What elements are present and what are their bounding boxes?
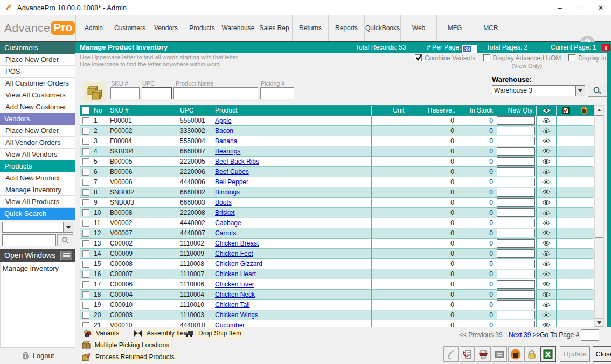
drawer-button[interactable] — [492, 346, 507, 362]
new-qty-input[interactable] — [497, 208, 535, 217]
view-details-button[interactable] — [537, 259, 557, 269]
new-qty-input[interactable] — [497, 127, 535, 135]
sidebar-item-pos[interactable]: POS — [0, 66, 75, 78]
picking-filter-input[interactable] — [260, 87, 294, 99]
new-qty-input[interactable] — [497, 116, 535, 125]
new-qty-input[interactable] — [497, 157, 535, 166]
combine-variants-checkbox[interactable] — [415, 54, 422, 61]
new-qty-input[interactable] — [497, 229, 535, 237]
product-link[interactable]: Beef Cubes — [215, 168, 249, 176]
display-advanced-uom-checkbox[interactable] — [483, 54, 490, 61]
view-details-button[interactable] — [537, 249, 557, 259]
product-link[interactable]: Beef Back Ribs — [215, 158, 259, 165]
new-qty-input[interactable] — [497, 270, 535, 278]
sidebar-item-all-vendor-orders[interactable]: All Vendor Orders — [0, 137, 75, 149]
view-details-button[interactable] — [537, 239, 557, 249]
row-checkbox[interactable] — [80, 279, 92, 290]
product-link[interactable]: Chicken Wings — [215, 311, 258, 319]
export-doc-button[interactable] — [460, 346, 475, 362]
new-qty-input[interactable] — [497, 188, 535, 197]
new-qty-input[interactable] — [497, 198, 535, 207]
minimize-button[interactable]: – — [550, 0, 570, 15]
row-checkbox[interactable] — [80, 177, 92, 187]
sidebar-item-place-new-order[interactable]: Place New Order — [0, 54, 75, 66]
tab-products[interactable]: Products — [184, 15, 220, 41]
row-checkbox[interactable] — [80, 116, 92, 126]
view-details-button[interactable] — [537, 269, 557, 279]
sidebar-item-view-all-customers[interactable]: View All Customers — [0, 89, 75, 101]
warehouse-search-button[interactable] — [588, 85, 607, 97]
product-link[interactable]: Cucumber — [215, 321, 245, 327]
row-checkbox[interactable] — [80, 218, 92, 228]
view-details-button[interactable] — [537, 177, 557, 187]
row-checkbox[interactable] — [80, 167, 92, 177]
upc-filter-input[interactable] — [142, 87, 172, 99]
product-link[interactable]: Carrots — [215, 229, 236, 237]
quick-search-dropdown[interactable] — [2, 222, 73, 233]
new-qty-input[interactable] — [497, 147, 535, 156]
product-link[interactable]: Chicken Tail — [215, 301, 249, 309]
product-link[interactable]: Chicken Breast — [215, 240, 259, 247]
tab-warehouse[interactable]: Warehouse — [220, 15, 256, 41]
display-advanced-uom-option[interactable]: Display Advanced UOM (View Only) — [483, 54, 561, 69]
tab-mfg[interactable]: MFG — [436, 15, 473, 41]
new-qty-input[interactable] — [497, 311, 535, 319]
new-qty-input[interactable] — [497, 321, 535, 327]
new-qty-input[interactable] — [497, 178, 535, 186]
per-page-input[interactable]: 39 — [462, 45, 477, 53]
product-link[interactable]: Apple — [215, 117, 232, 124]
quill-button[interactable] — [443, 346, 459, 362]
new-qty-input[interactable] — [497, 239, 535, 248]
view-details-button[interactable] — [537, 300, 557, 310]
new-qty-input[interactable] — [497, 280, 535, 289]
logout-button[interactable]: Logout — [0, 351, 75, 360]
close-page-button[interactable]: x — [602, 44, 610, 51]
combine-variants-option[interactable]: Combine Variants — [415, 54, 476, 69]
sidebar-item-place-new-order[interactable]: Place New Order — [0, 125, 75, 137]
sku-filter-input[interactable] — [110, 87, 140, 99]
tab-reports[interactable]: Reports — [328, 15, 364, 41]
product-link[interactable]: Bindings — [215, 188, 240, 196]
sidebar-item-view-all-products[interactable]: View All Products — [0, 196, 75, 208]
row-checkbox[interactable] — [80, 198, 92, 208]
new-qty-input[interactable] — [497, 249, 535, 258]
product-name-filter-input[interactable] — [173, 87, 258, 99]
tab-sales-rep[interactable]: Sales Rep — [256, 15, 292, 41]
row-checkbox[interactable] — [80, 136, 92, 146]
view-details-button[interactable] — [537, 126, 557, 136]
display-inactive-checkbox[interactable] — [568, 54, 575, 61]
tab-customers[interactable]: Customers — [112, 15, 148, 41]
row-checkbox[interactable] — [80, 300, 92, 310]
product-link[interactable]: Bell Pepper — [215, 178, 248, 186]
sidebar-item-all-customer-orders[interactable]: All Customer Orders — [0, 78, 75, 89]
product-link[interactable]: Brisket — [215, 209, 235, 216]
close-button[interactable]: ✕ — [591, 0, 611, 15]
view-details-button[interactable] — [537, 290, 557, 300]
view-details-button[interactable] — [537, 228, 557, 239]
tab-quickbooks[interactable]: QuickBooks — [364, 15, 400, 41]
product-link[interactable]: Chicken Gizzard — [215, 260, 262, 268]
maximize-button[interactable]: □ — [570, 0, 591, 15]
row-checkbox[interactable] — [80, 208, 92, 218]
new-qty-input[interactable] — [497, 290, 535, 299]
sidebar-item-add-new-product[interactable]: Add New Product — [0, 172, 75, 184]
product-link[interactable]: Chicken Feet — [215, 250, 253, 257]
view-details-button[interactable] — [537, 136, 557, 146]
view-details-button[interactable] — [537, 310, 557, 320]
quick-search-input[interactable] — [2, 234, 56, 246]
tab-web[interactable]: Web — [400, 15, 436, 41]
view-details-button[interactable] — [537, 116, 557, 126]
receive-items-button[interactable] — [508, 346, 523, 362]
sidebar-item-add-new-customer[interactable]: Add New Customer — [0, 101, 75, 113]
view-details-button[interactable] — [537, 146, 557, 157]
tab-returns[interactable]: Returns — [292, 15, 328, 41]
product-link[interactable]: Boots — [215, 199, 232, 206]
new-qty-input[interactable] — [497, 300, 535, 309]
row-checkbox[interactable] — [80, 126, 92, 136]
print-button[interactable] — [476, 346, 491, 362]
product-link[interactable]: Banana — [215, 137, 237, 145]
view-details-button[interactable] — [537, 198, 557, 208]
warehouse-dropdown[interactable]: Warehouse 3 — [492, 85, 585, 96]
row-checkbox[interactable] — [80, 310, 92, 320]
next-page-link[interactable]: Next 39 >> — [509, 331, 540, 339]
